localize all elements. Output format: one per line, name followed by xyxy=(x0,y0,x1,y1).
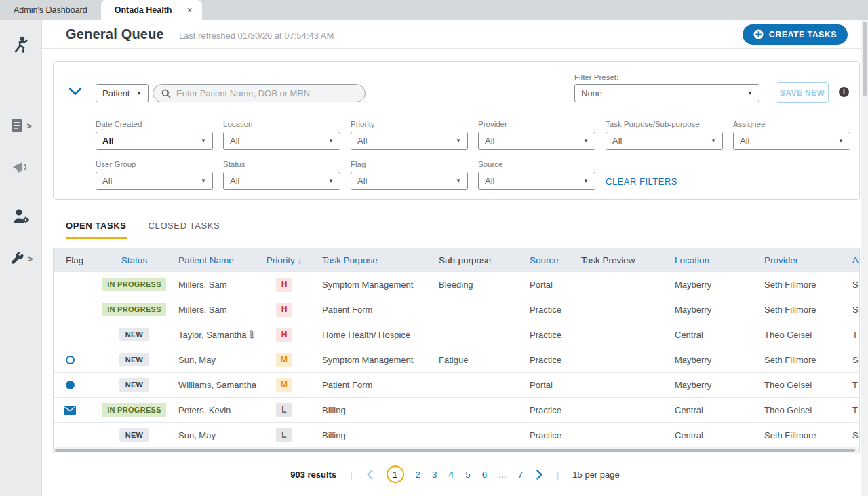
vertical-scrollbar[interactable] xyxy=(861,20,868,496)
vertical-scrollbar-thumb[interactable] xyxy=(863,22,867,96)
table-row[interactable]: NEW Williams, Samantha M Patient Form Po… xyxy=(54,372,860,397)
status-badge: NEW xyxy=(119,428,150,442)
col-priority[interactable]: Priority ↓ xyxy=(258,255,310,265)
col-provider[interactable]: Provider xyxy=(752,255,840,265)
table-row[interactable]: NEW Sun, May M Symptom Management Fatigu… xyxy=(54,347,860,372)
filter-label: Flag xyxy=(351,160,468,168)
sidebar-item-documents[interactable]: > xyxy=(0,118,42,134)
task-purpose-dropdown[interactable]: All ▼ xyxy=(606,132,723,150)
search-type-dropdown[interactable]: Patient ▼ xyxy=(96,84,149,102)
location-cell: Central xyxy=(663,405,752,415)
search-type-value: Patient xyxy=(102,88,130,98)
table-row[interactable]: NEW Taylor, Samantha H Home Health/ Hosp… xyxy=(54,322,860,347)
priority-cell: M xyxy=(258,378,310,392)
caret-down-icon: ▼ xyxy=(450,138,461,144)
table-row[interactable]: IN PROGRESS Millers, Sam H Symptom Manag… xyxy=(54,271,860,297)
user-group-dropdown[interactable]: All ▼ xyxy=(96,172,213,190)
col-task-purpose[interactable]: Task Purpose xyxy=(310,255,427,265)
filter-status: Status All ▼ xyxy=(223,160,340,190)
filter-preset-dropdown[interactable]: None ▼ xyxy=(574,84,760,102)
page-button[interactable]: 6 xyxy=(482,470,488,480)
assignee-dropdown[interactable]: All ▼ xyxy=(733,132,850,150)
table-row[interactable]: NEW Sun, May L Billing Practice Central … xyxy=(54,422,860,447)
status-cell: NEW xyxy=(102,428,166,442)
provider-dropdown[interactable]: All ▼ xyxy=(478,132,595,150)
source-cell: Practice xyxy=(517,405,569,415)
flag-open-circle-icon[interactable] xyxy=(66,356,75,364)
col-status[interactable]: Status xyxy=(102,255,166,265)
tools-icon xyxy=(9,251,25,267)
assignee-cell: T xyxy=(840,405,860,415)
filter-label: Status xyxy=(223,160,340,168)
info-icon[interactable]: i xyxy=(839,87,849,97)
flag-filled-circle-icon[interactable] xyxy=(66,381,75,389)
tab-open-tasks[interactable]: OPEN TASKS xyxy=(66,221,127,239)
sidebar-item-announcements[interactable] xyxy=(0,160,42,175)
filter-value: All xyxy=(485,136,494,146)
page-list: 1 2 3 4 5 6 ... 7 xyxy=(387,465,523,483)
sidebar: > xyxy=(0,20,42,496)
tab-admins-dashboard[interactable]: Admin's Dashboard xyxy=(0,0,101,20)
table-row[interactable]: IN PROGRESS Peters, Kevin L Billing Prac… xyxy=(54,397,860,422)
page-button[interactable]: 2 xyxy=(416,470,421,480)
col-source[interactable]: Source xyxy=(517,255,569,265)
location-dropdown[interactable]: All ▼ xyxy=(223,132,340,150)
tab-ontada-health[interactable]: Ontada Health × xyxy=(101,0,202,20)
last-refreshed-text: Last refreshed 01/30/26 at 07:54:43 AM xyxy=(179,31,334,41)
page-button[interactable]: 5 xyxy=(465,470,471,480)
page-button[interactable]: 1 xyxy=(387,465,404,483)
location-cell: Mayberry xyxy=(663,280,752,290)
source-dropdown[interactable]: All ▼ xyxy=(478,172,595,190)
status-dropdown[interactable]: All ▼ xyxy=(223,172,340,190)
flag-dropdown[interactable]: All ▼ xyxy=(351,172,468,190)
purpose-cell: Home Health/ Hospice xyxy=(310,330,427,340)
subpurpose-cell: Bleeding xyxy=(427,280,517,290)
assignee-cell: T xyxy=(840,330,860,340)
col-patient-name[interactable]: Patient Name xyxy=(166,255,258,265)
previous-page-chevron-left-icon[interactable] xyxy=(366,470,373,480)
page-button[interactable]: 3 xyxy=(432,470,437,480)
patient-search-input[interactable] xyxy=(176,88,357,98)
page-header: General Queue Last refreshed 01/30/26 at… xyxy=(42,20,868,49)
col-flag: Flag xyxy=(54,255,102,265)
collapse-filters-chevron-down-icon[interactable] xyxy=(68,86,82,98)
priority-dropdown[interactable]: All ▼ xyxy=(351,132,468,150)
col-sub-purpose: Sub-purpose xyxy=(427,255,517,265)
caret-down-icon: ▼ xyxy=(131,90,142,96)
next-page-chevron-right-icon[interactable] xyxy=(536,470,543,480)
date-created-dropdown[interactable]: All ▼ xyxy=(96,132,213,150)
sidebar-item-patient-queue[interactable] xyxy=(0,35,42,53)
patient-queue-icon xyxy=(12,35,30,53)
clear-filters-link[interactable]: CLEAR FILTERS xyxy=(606,176,677,187)
patient-cell: Sun, May xyxy=(166,355,258,365)
sidebar-item-tools[interactable]: > xyxy=(0,251,42,267)
status-badge: NEW xyxy=(119,328,150,341)
flag-envelope-icon[interactable] xyxy=(64,406,76,415)
app-screen: Admin's Dashboard Ontada Health × xyxy=(0,0,868,496)
col-assignee[interactable]: A xyxy=(840,255,860,265)
create-tasks-button[interactable]: CREATE TASKS xyxy=(743,24,848,45)
sidebar-item-user-management[interactable] xyxy=(0,208,42,224)
table-row[interactable]: IN PROGRESS Millers, Sam H Patient Form … xyxy=(54,297,860,322)
source-cell: Portal xyxy=(517,380,569,390)
location-cell: Mayberry xyxy=(663,355,752,365)
close-icon[interactable]: × xyxy=(186,5,192,16)
horizontal-scrollbar[interactable] xyxy=(54,447,859,453)
filter-user-group: User Group All ▼ xyxy=(96,160,213,190)
page-button[interactable]: 4 xyxy=(449,470,454,480)
provider-cell: Seth Fillmore xyxy=(752,430,840,440)
horizontal-scrollbar-thumb[interactable] xyxy=(55,449,855,452)
divider: | xyxy=(350,470,352,480)
per-page-label: 15 per page xyxy=(572,470,619,480)
save-new-button[interactable]: SAVE NEW xyxy=(776,82,829,103)
col-location[interactable]: Location xyxy=(663,255,752,265)
page-button[interactable]: 7 xyxy=(517,470,523,480)
filter-label: Date Created xyxy=(96,120,213,128)
filter-value: All xyxy=(102,136,114,146)
tab-closed-tasks[interactable]: CLOSED TASKS xyxy=(149,221,220,239)
provider-cell: Seth Fillmore xyxy=(752,280,840,290)
chevron-right-icon: > xyxy=(28,254,33,264)
priority-badge: M xyxy=(276,378,292,392)
provider-cell: Theo Geisel xyxy=(752,330,840,340)
main-content: General Queue Last refreshed 01/30/26 at… xyxy=(42,20,868,496)
